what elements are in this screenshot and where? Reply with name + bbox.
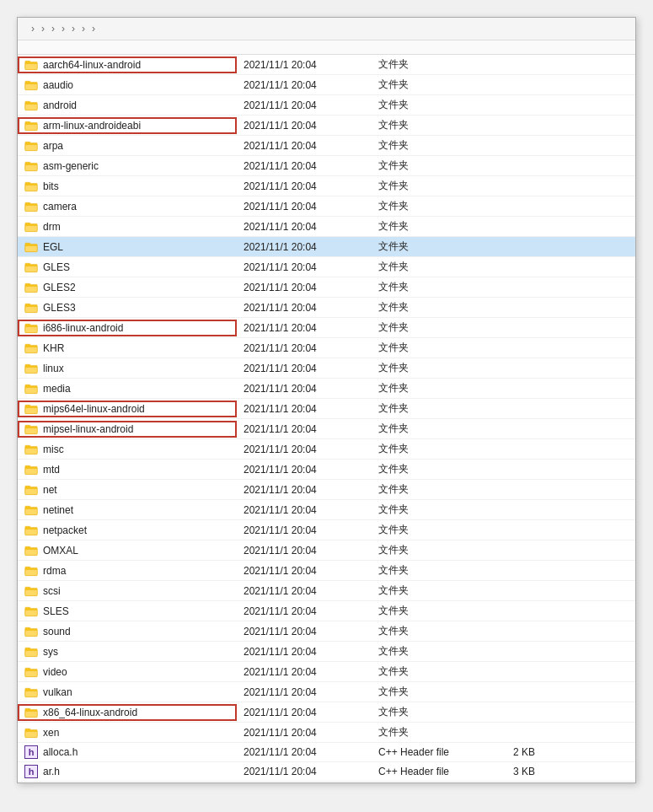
folder-size — [506, 164, 574, 169]
folder-row[interactable]: KHR 2021/11/1 20:04 文件夹 — [18, 338, 635, 358]
folder-modified: 2021/11/1 20:04 — [237, 643, 372, 660]
folder-modified: 2021/11/1 20:04 — [237, 340, 372, 357]
folder-size — [506, 224, 574, 229]
folder-type: 文件夹 — [372, 439, 506, 459]
file-name-cell: linux — [18, 360, 237, 377]
folder-row[interactable]: rdma 2021/11/1 20:04 文件夹 — [18, 561, 635, 581]
folder-row[interactable]: sys 2021/11/1 20:04 文件夹 — [18, 642, 635, 662]
folder-modified: 2021/11/1 20:04 — [237, 178, 372, 195]
folder-name: SLES — [43, 605, 69, 617]
file-name: alloca.h — [43, 746, 78, 758]
folder-row[interactable]: GLES 2021/11/1 20:04 文件夹 — [18, 257, 635, 277]
folder-type: 文件夹 — [372, 561, 506, 580]
folder-row[interactable]: asm-generic 2021/11/1 20:04 文件夹 — [18, 156, 635, 176]
folder-row[interactable]: bits 2021/11/1 20:04 文件夹 — [18, 176, 635, 196]
folder-modified: 2021/11/1 20:04 — [237, 684, 372, 701]
file-name-cell: bits — [18, 178, 237, 195]
folder-name: GLES2 — [43, 282, 76, 293]
folder-row[interactable]: drm 2021/11/1 20:04 文件夹 — [18, 217, 635, 237]
col-header-name[interactable] — [18, 44, 237, 51]
folder-modified: 2021/11/1 20:04 — [237, 583, 372, 600]
folder-row[interactable]: mtd 2021/11/1 20:04 文件夹 — [18, 460, 635, 480]
file-type: C++ Header file — [372, 763, 506, 780]
folder-modified: 2021/11/1 20:04 — [237, 117, 372, 134]
folder-size — [506, 204, 574, 209]
folder-row[interactable]: android 2021/11/1 20:04 文件夹 — [18, 95, 635, 116]
folder-type: 文件夹 — [372, 682, 506, 702]
folder-row[interactable]: video 2021/11/1 20:04 文件夹 — [18, 662, 635, 682]
file-name-cell: rdma — [18, 562, 237, 579]
folder-modified: 2021/11/1 20:04 — [237, 542, 372, 559]
folder-size — [506, 669, 574, 675]
file-name-cell: mtd — [18, 461, 237, 478]
folder-size — [506, 528, 574, 533]
folder-size — [506, 487, 574, 492]
folder-row[interactable]: misc 2021/11/1 20:04 文件夹 — [18, 439, 635, 460]
folder-size — [506, 285, 574, 290]
folder-list: aarch64-linux-android 2021/11/1 20:04 文件… — [18, 55, 635, 743]
folder-size — [506, 710, 574, 715]
folder-row[interactable]: vulkan 2021/11/1 20:04 文件夹 — [18, 682, 635, 702]
folder-modified: 2021/11/1 20:04 — [237, 198, 372, 215]
folder-size — [506, 83, 574, 88]
folder-row[interactable]: i686-linux-android 2021/11/1 20:04 文件夹 — [18, 318, 635, 338]
folder-name: arm-linux-androideabi — [43, 120, 141, 132]
file-name: ar.h — [43, 766, 60, 777]
folder-row[interactable]: media 2021/11/1 20:04 文件夹 — [18, 379, 635, 399]
folder-row[interactable]: x86_64-linux-android 2021/11/1 20:04 文件夹 — [18, 702, 635, 723]
file-name-cell: mips64el-linux-android — [18, 401, 237, 417]
folder-name: media — [43, 383, 71, 395]
file-name-cell: android — [18, 97, 237, 114]
file-row[interactable]: h assert.h 2021/11/1 20:04 C++ Header fi… — [18, 782, 635, 782]
file-row[interactable]: h ar.h 2021/11/1 20:04 C++ Header file 3… — [18, 762, 635, 782]
col-header-modified[interactable] — [237, 44, 372, 51]
folder-type: 文件夹 — [372, 379, 506, 398]
file-name-cell: xen — [18, 724, 237, 741]
folder-row[interactable]: arpa 2021/11/1 20:04 文件夹 — [18, 136, 635, 156]
folder-row[interactable]: linux 2021/11/1 20:04 文件夹 — [18, 358, 635, 379]
folder-modified: 2021/11/1 20:04 — [237, 137, 372, 154]
file-name-cell: media — [18, 380, 237, 397]
folder-row[interactable]: netpacket 2021/11/1 20:04 文件夹 — [18, 520, 635, 540]
folder-row[interactable]: mipsel-linux-android 2021/11/1 20:04 文件夹 — [18, 419, 635, 439]
folder-row[interactable]: SLES 2021/11/1 20:04 文件夹 — [18, 601, 635, 621]
folder-type: 文件夹 — [372, 298, 506, 317]
folder-modified: 2021/11/1 20:04 — [237, 502, 372, 519]
file-row[interactable]: h alloca.h 2021/11/1 20:04 C++ Header fi… — [18, 743, 635, 762]
folder-modified: 2021/11/1 20:04 — [237, 97, 372, 114]
folder-row[interactable]: OMXAL 2021/11/1 20:04 文件夹 — [18, 540, 635, 561]
folder-row[interactable]: aarch64-linux-android 2021/11/1 20:04 文件… — [18, 55, 635, 75]
file-name-cell: h ar.h — [18, 762, 237, 781]
folder-size — [506, 62, 574, 67]
file-size: 3 KB — [506, 763, 574, 780]
col-header-size[interactable] — [506, 44, 574, 51]
folder-name: netinet — [43, 504, 73, 516]
folder-modified: 2021/11/1 20:04 — [237, 77, 372, 94]
folder-modified: 2021/11/1 20:04 — [237, 259, 372, 276]
folder-name: mips64el-linux-android — [43, 403, 145, 415]
col-header-type[interactable] — [372, 44, 506, 51]
folder-row[interactable]: netinet 2021/11/1 20:04 文件夹 — [18, 500, 635, 520]
folder-size — [506, 325, 574, 331]
folder-type: 文件夹 — [372, 55, 506, 74]
folder-row[interactable]: GLES3 2021/11/1 20:04 文件夹 — [18, 298, 635, 318]
folder-row[interactable]: xen 2021/11/1 20:04 文件夹 — [18, 723, 635, 743]
folder-row[interactable]: GLES2 2021/11/1 20:04 文件夹 — [18, 277, 635, 298]
folder-name: video — [43, 666, 67, 678]
folder-row[interactable]: mips64el-linux-android 2021/11/1 20:04 文… — [18, 399, 635, 419]
folder-row[interactable]: net 2021/11/1 20:04 文件夹 — [18, 480, 635, 500]
folder-row[interactable]: camera 2021/11/1 20:04 文件夹 — [18, 196, 635, 217]
file-name-cell: GLES3 — [18, 299, 237, 316]
folder-row[interactable]: EGL 2021/11/1 20:04 文件夹 — [18, 237, 635, 257]
file-name-cell: sys — [18, 643, 237, 660]
folder-name: GLES — [43, 261, 70, 273]
folder-size — [506, 649, 574, 654]
folder-modified: 2021/11/1 20:04 — [237, 158, 372, 175]
folder-type: 文件夹 — [372, 702, 506, 722]
folder-row[interactable]: sound 2021/11/1 20:04 文件夹 — [18, 621, 635, 642]
file-name-cell: KHR — [18, 340, 237, 357]
file-type: C++ Header file — [372, 744, 506, 761]
folder-row[interactable]: arm-linux-androideabi 2021/11/1 20:04 文件… — [18, 116, 635, 136]
folder-row[interactable]: aaudio 2021/11/1 20:04 文件夹 — [18, 75, 635, 95]
folder-row[interactable]: scsi 2021/11/1 20:04 文件夹 — [18, 581, 635, 601]
